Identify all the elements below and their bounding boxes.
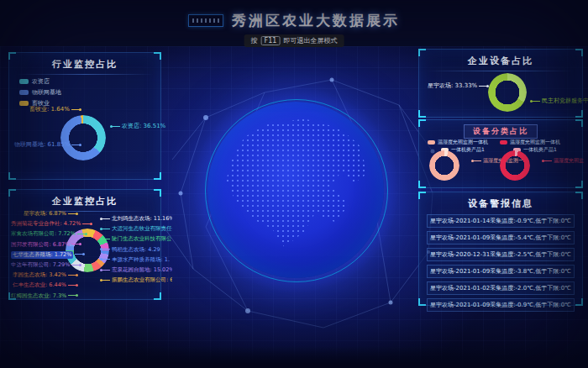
alarm-row: 星宇农场-2021-01-14采集温度:-0.9℃,低于下限:0℃	[427, 214, 575, 228]
slice-label: 星宇农场: 6.87%	[11, 210, 78, 218]
slice-label: 秀洲菊花专业合作社: 4.72%	[11, 220, 78, 228]
alarm-row: 星宇农场-2020-12-31采集温度:-2.5℃,低于下限:0℃	[427, 248, 575, 261]
panel-title: 行业监控占比	[9, 58, 160, 71]
panel-divider	[16, 74, 154, 75]
panel-industry-ratio: 行业监控占比 农资店 物联网基地 畜牧业 畜牧业: 1.64% 农资店: 36.…	[8, 52, 161, 180]
enterprise-labels-left: 星宇农场: 6.87% 秀洲菊花专业合作社: 4.72% 家禽农场有限公司: 7…	[11, 210, 78, 302]
slice-label-store: 农资店: 36.51%	[110, 122, 165, 130]
device-class-label-right: 温湿度光照监	[542, 157, 584, 165]
panel-equipment-ratio: 企业设备占比 星宇农场: 33.33% 民主村党群服务中心	[418, 49, 583, 118]
fullscreen-hint: 按 F11 即可退出全屏模式	[244, 34, 344, 47]
page-title: 秀洲区农业大数据展示	[232, 11, 400, 30]
legend-swatch	[428, 140, 435, 145]
device-class-donut-right[interactable]	[500, 150, 530, 181]
panel-divider	[426, 71, 575, 71]
panel-title: 企业监控占比	[9, 195, 160, 208]
panel-alarm-info: 设备警报信息 星宇农场-2021-01-14采集温度:-0.9℃,低于下限:0℃…	[418, 192, 583, 306]
slice-label: 家禽农场有限公司: 7.72%	[11, 230, 78, 238]
alarm-row: 星宇农场-2021-01-09采集温度:-0.9℃,低于下限:0℃	[427, 298, 575, 312]
hint-prefix: 按	[251, 36, 258, 45]
panel-device-class-ratio: 设备分类占比 温湿度光照监测一体机 一体机类产品1 温湿度光照监测一 温湿度光照…	[418, 119, 583, 188]
slice-label: 鸭稻生态农场: 4.29	[100, 246, 172, 254]
panel-title: 设备警报信息	[419, 197, 582, 210]
slice-label: 大运河生态牧业有限责任公	[100, 225, 172, 233]
hint-suffix: 即可退出全屏模式	[283, 36, 337, 45]
globe-ring	[205, 99, 388, 282]
slice-label: 红梅园生态农业: 7.3%	[11, 292, 78, 300]
bottom-fade	[0, 346, 588, 368]
slice-label: 仁丰生态农业: 6.44%	[11, 281, 78, 289]
legend-item-iot[interactable]: 物联网基地	[19, 88, 160, 97]
industry-donut-chart[interactable]	[60, 115, 106, 160]
panel-title: 企业设备占比	[419, 55, 582, 67]
alarm-row: 星宇农场-2021-01-02采集温度:-2.0℃,低于下限:0℃	[427, 281, 575, 295]
header-brand: 秀洲区农业大数据展示	[0, 11, 588, 30]
equipment-donut-chart[interactable]	[488, 73, 527, 112]
slice-label: 振鹏生态农业有限公司: 6.87%	[100, 276, 172, 284]
dashboard-root: 秀洲区农业大数据展示 按 F11 即可退出全屏模式 行业监控占比 农资店 物联网…	[0, 0, 588, 368]
slice-label-livestock: 畜牧业: 1.64%	[29, 105, 81, 113]
slice-label: 陡门生态农业科技有限公	[100, 235, 172, 243]
f11-key: F11	[261, 36, 281, 45]
legend-swatch	[19, 79, 29, 84]
legend-label: 一体机类产品1	[523, 146, 557, 154]
legend-swatch	[19, 101, 29, 106]
legend-label: 一体机类产品1	[451, 146, 485, 154]
panel-title: 设备分类占比	[464, 124, 538, 139]
slice-label: 宏泉花园自留地: 15.02%	[100, 266, 172, 274]
device-class-donut-left[interactable]	[429, 150, 459, 181]
alarm-row: 星宇农场-2021-01-09采集温度:-5.4℃,低于下限:0℃	[427, 231, 575, 244]
slice-label-iot: 物联网基地: 61.85%	[14, 140, 81, 149]
brand-logo	[188, 14, 223, 27]
slice-label: 丰源水产种质养殖场: 1.	[100, 256, 172, 264]
enterprise-labels-right: 北刘鸽生态农场: 11.16% 大运河生态牧业有限责任公 陡门生态农业科技有限公…	[100, 215, 172, 287]
slice-label-minzhu: 民主村党群服务中心	[530, 97, 588, 105]
slice-label: 北刘鸽生态农场: 11.16%	[100, 215, 172, 223]
legend-label: 物联网基地	[32, 88, 61, 97]
legend-item-right-1[interactable]: 温湿度光照监测一体机	[500, 139, 560, 146]
alarm-row: 星宇农场-2021-01-09采集温度:-3.8℃,低于下限:0℃	[427, 265, 575, 278]
alarm-list: 星宇农场-2021-01-14采集温度:-0.9℃,低于下限:0℃ 星宇农场-2…	[427, 214, 575, 315]
slice-label: 国邦发有限公司: 6.87%	[11, 241, 78, 249]
legend-label: 农资店	[32, 77, 50, 86]
legend-item-store[interactable]: 农资店	[19, 77, 160, 86]
legend-item-left-1[interactable]: 温湿度光照监测一体机	[428, 139, 488, 146]
panel-enterprise-ratio: 企业监控占比 星宇农场: 6.87% 秀洲菊花专业合作社: 4.72% 家禽农场…	[8, 189, 161, 300]
legend-swatch	[19, 90, 29, 95]
slice-label-highlighted: 七华生态养殖场: 1.72%	[11, 251, 78, 259]
legend-swatch	[500, 140, 507, 145]
legend-label: 温湿度光照监测一体机	[438, 139, 488, 146]
legend-label: 温湿度光照监测一体机	[510, 139, 560, 146]
slice-label-xingyu: 星宇农场: 33.33%	[428, 81, 489, 90]
slice-label: 中达年有限公司: 7.29%	[11, 261, 78, 269]
slice-label: 李园生态农场: 3.42%	[11, 271, 78, 279]
